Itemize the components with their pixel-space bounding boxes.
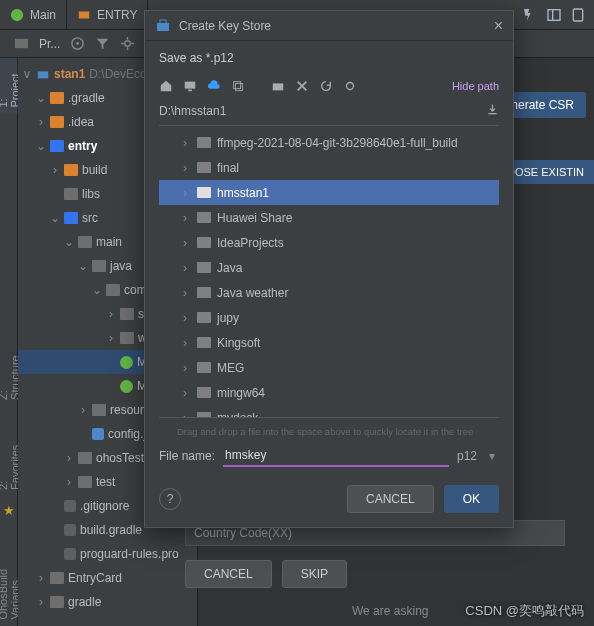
folder-list[interactable]: ›ffmpeg-2021-08-04-git-3b298640e1-full_b…	[159, 130, 499, 418]
delete-icon[interactable]	[295, 79, 309, 93]
hide-path-link[interactable]: Hide path	[452, 80, 499, 92]
new-folder-icon[interactable]	[271, 79, 285, 93]
cancel-button[interactable]: CANCEL	[347, 485, 434, 513]
folder-item[interactable]: ›hmsstan1	[159, 180, 499, 205]
svg-rect-12	[185, 82, 196, 89]
module-icon	[77, 8, 91, 22]
download-icon[interactable]	[486, 103, 499, 119]
copy-icon[interactable]	[231, 79, 245, 93]
bottom-info-text: We are asking	[352, 604, 428, 618]
filter-icon[interactable]	[95, 36, 110, 51]
translate-icon[interactable]	[522, 7, 538, 23]
tab-main[interactable]: Main	[0, 0, 67, 29]
cloud-icon[interactable]	[207, 79, 221, 93]
key-wizard-panel: Country Code(XX) CANCEL SKIP	[185, 520, 565, 588]
drag-hint: Drag and drop a file into the space abov…	[159, 422, 499, 441]
target-icon[interactable]	[70, 36, 85, 51]
wizard-skip-button[interactable]: SKIP	[282, 560, 347, 588]
svg-rect-9	[38, 71, 49, 78]
favorites-icon: ★	[3, 503, 15, 518]
home-icon[interactable]	[159, 79, 173, 93]
project-icon[interactable]	[14, 36, 29, 51]
device-icon[interactable]	[570, 7, 586, 23]
class-icon	[10, 8, 24, 22]
show-hidden-icon[interactable]	[343, 79, 357, 93]
layout-icon[interactable]	[546, 7, 562, 23]
folder-item[interactable]: ›Java weather	[159, 280, 499, 305]
folder-item[interactable]: ›IdeaProjects	[159, 230, 499, 255]
filename-input[interactable]	[223, 445, 449, 467]
folder-item[interactable]: ›ffmpeg-2021-08-04-git-3b298640e1-full_b…	[159, 130, 499, 155]
tab-label: Main	[30, 8, 56, 22]
svg-point-17	[347, 83, 354, 90]
svg-rect-16	[273, 83, 284, 90]
svg-rect-13	[188, 90, 192, 92]
folder-item[interactable]: ›final	[159, 155, 499, 180]
close-icon[interactable]: ×	[494, 17, 503, 35]
filename-label: File name:	[159, 449, 215, 463]
svg-point-7	[76, 42, 79, 45]
left-gutter: 1: Project Z: Structure 2: Favorites ★ O…	[0, 58, 18, 626]
svg-rect-5	[15, 39, 28, 48]
folder-item[interactable]: ›mydock	[159, 405, 499, 418]
desktop-icon[interactable]	[183, 79, 197, 93]
folder-item[interactable]: ›MEG	[159, 355, 499, 380]
ok-button[interactable]: OK	[444, 485, 499, 513]
refresh-icon[interactable]	[319, 79, 333, 93]
watermark: CSDN @奕鸣敲代码	[465, 602, 584, 620]
project-dropdown[interactable]: Pr...	[39, 37, 60, 51]
save-as-label: Save as *.p12	[159, 49, 499, 73]
svg-point-0	[11, 8, 23, 20]
wizard-cancel-button[interactable]: CANCEL	[185, 560, 272, 588]
current-path[interactable]: D:\hmsstan1	[159, 104, 226, 118]
create-keystore-dialog: Create Key Store × Save as *.p12 Hide pa…	[144, 10, 514, 528]
dialog-title: Create Key Store	[179, 19, 271, 33]
tree-item[interactable]: ›EntryCard	[18, 566, 197, 590]
svg-rect-1	[79, 11, 90, 18]
keystore-icon	[155, 18, 171, 34]
help-button[interactable]: ?	[159, 488, 181, 510]
folder-item[interactable]: ›Java	[159, 255, 499, 280]
folder-item[interactable]: ›jupy	[159, 305, 499, 330]
tab-entry[interactable]: ENTRY	[67, 0, 148, 29]
gear-icon[interactable]	[120, 36, 135, 51]
svg-rect-15	[235, 83, 242, 90]
extension-value: p12	[457, 449, 477, 463]
folder-item[interactable]: ›Kingsoft	[159, 330, 499, 355]
svg-point-8	[125, 41, 131, 47]
extension-select[interactable]: p12 ▾	[457, 449, 499, 463]
folder-item[interactable]: ›Huawei Share	[159, 205, 499, 230]
svg-rect-2	[548, 9, 560, 20]
tree-item[interactable]: ›gradle	[18, 590, 197, 614]
chevron-down-icon: ▾	[489, 449, 495, 463]
svg-rect-14	[234, 82, 241, 89]
tab-label: ENTRY	[97, 8, 137, 22]
svg-rect-4	[573, 9, 582, 21]
file-dialog-toolbar: Hide path	[159, 73, 499, 99]
tree-item[interactable]: proguard-rules.pro	[18, 542, 197, 566]
folder-item[interactable]: ›mingw64	[159, 380, 499, 405]
